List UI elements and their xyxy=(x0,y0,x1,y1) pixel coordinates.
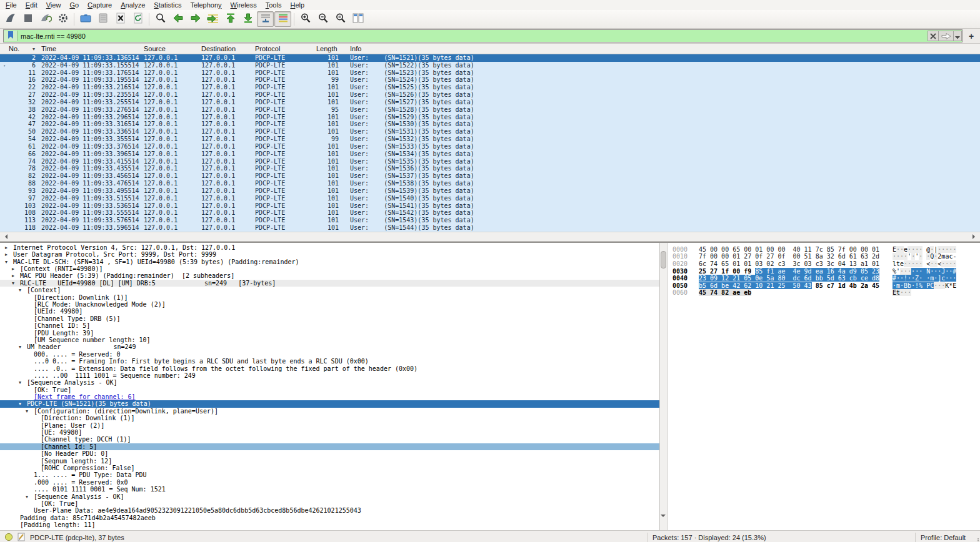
packet-row[interactable]: 42 2022-04-09 11:09:33.296514 127.0.0.1 … xyxy=(0,114,980,121)
hex-row[interactable]: 006045 74 82 ae ebEt··· xyxy=(672,289,980,297)
menu-item[interactable]: Go xyxy=(65,1,83,9)
menu-item[interactable]: Statistics xyxy=(149,1,186,9)
expander-icon[interactable]: ▾ xyxy=(26,493,34,500)
menu-item[interactable]: Telephony xyxy=(186,1,226,9)
expander-icon[interactable]: ▸ xyxy=(12,265,20,272)
detail-tree-row[interactable]: [Channel type: DCCH (1)] xyxy=(0,436,659,443)
detail-tree-row[interactable]: ▾UM header sn=249 xyxy=(0,343,659,350)
filter-bookmark-button[interactable] xyxy=(4,31,18,41)
resize-columns-button[interactable] xyxy=(349,11,366,27)
display-filter-input[interactable]: mac-lte.rnti == 49980 xyxy=(3,29,962,42)
detail-tree-row[interactable]: .... ..00 1111 1001 = Sequence number: 2… xyxy=(0,372,659,379)
go-back-button[interactable] xyxy=(169,11,186,27)
detail-tree-row[interactable]: ▸[Context (RNTI=49980)] xyxy=(0,265,659,272)
close-capture-button[interactable] xyxy=(112,11,129,27)
go-forward-button[interactable] xyxy=(187,11,204,27)
packet-row[interactable]: 108 2022-04-09 11:09:33.555514 127.0.0.1… xyxy=(0,209,980,217)
hex-row[interactable]: 0050b5 6d be 42 62 10 21 25 50 43 85 c7 … xyxy=(672,282,980,290)
menu-item[interactable]: Analyze xyxy=(116,1,149,9)
detail-tree-row[interactable]: ▾[Configuration: (direction=Downlink, pl… xyxy=(0,408,659,415)
scroll-left-arrow-icon[interactable] xyxy=(2,234,8,239)
expert-info-icon[interactable] xyxy=(4,533,13,542)
packet-row[interactable]: • 6 2022-04-09 11:09:33.155514 127.0.0.1… xyxy=(0,62,980,69)
filter-apply-button[interactable] xyxy=(939,31,954,41)
start-capture-button[interactable] xyxy=(2,11,19,27)
stop-capture-button[interactable] xyxy=(19,11,36,27)
ascii-bytes[interactable]: #··!··Z· ·m·]c··· xyxy=(892,275,956,282)
packet-row[interactable]: 82 2022-04-09 11:09:33.456514 127.0.0.1 … xyxy=(0,172,980,180)
restart-capture-button[interactable] xyxy=(37,11,54,27)
packet-row[interactable]: 38 2022-04-09 11:09:33.276514 127.0.0.1 … xyxy=(0,106,980,114)
expander-icon[interactable]: ▾ xyxy=(26,408,34,415)
packet-row[interactable]: 103 2022-04-09 11:09:33.536514 127.0.0.1… xyxy=(0,202,980,210)
packet-row[interactable]: 47 2022-04-09 11:09:33.316514 127.0.0.1 … xyxy=(0,121,980,128)
reload-capture-button[interactable] xyxy=(129,11,146,27)
detail-tree-row[interactable]: ▾MAC-LTE DL-SCH: (SFN=314 , SF=1) UEId=4… xyxy=(0,259,659,265)
expander-icon[interactable]: ▾ xyxy=(5,259,13,265)
hex-bytes[interactable]: 7f 00 00 01 27 0f 27 0f 00 51 8a 32 6d 6… xyxy=(699,253,885,260)
detail-tree-row[interactable]: ▾[Sequence Analysis - OK] xyxy=(0,493,659,500)
detail-tree-row[interactable]: ▸Internet Protocol Version 4, Src: 127.0… xyxy=(0,244,659,251)
detail-tree-row[interactable]: [ROHC Compression: False] xyxy=(0,465,659,471)
packet-row[interactable]: 93 2022-04-09 11:09:33.495514 127.0.0.1 … xyxy=(0,187,980,195)
packet-row[interactable]: 16 2022-04-09 11:09:33.195514 127.0.0.1 … xyxy=(0,76,980,84)
detail-tree-row[interactable]: ▾[Context] xyxy=(0,287,659,293)
ascii-bytes[interactable]: Et··· xyxy=(892,289,911,297)
detail-tree-row[interactable]: 1... .... = PDU Type: Data PDU xyxy=(0,471,659,478)
hex-row[interactable]: 000045 00 00 65 00 01 00 00 40 11 7c 85 … xyxy=(672,246,980,254)
packet-row[interactable]: 66 2022-04-09 11:09:33.396514 127.0.0.1 … xyxy=(0,150,980,158)
hex-row[interactable]: 003025 27 1f 00 f9 85 f1 ae 4e 9d ea 16 … xyxy=(672,268,980,275)
detail-tree-row[interactable]: [Direction: Downlink (1)] xyxy=(0,415,659,421)
detail-tree-row[interactable]: [UEId: 49980] xyxy=(0,308,659,315)
filter-expression-text[interactable]: mac-lte.rnti == 49980 xyxy=(18,32,928,40)
expander-icon[interactable]: ▾ xyxy=(19,343,27,350)
detail-tree-row[interactable]: [Seqnum length: 12] xyxy=(0,458,659,465)
column-header-no[interactable]: No.▾ xyxy=(9,45,38,52)
expander-icon[interactable]: ▸ xyxy=(12,272,20,279)
hex-bytes[interactable]: 45 74 82 ae eb xyxy=(699,289,885,297)
menu-item[interactable]: Edit xyxy=(21,1,42,9)
ascii-bytes[interactable]: ····'·'· ·Q·2mac- xyxy=(892,253,956,260)
detail-tree-row[interactable]: ▾PDCP-LTE (SN=1521)(35 bytes data) xyxy=(0,400,659,407)
filter-add-button[interactable]: + xyxy=(966,31,977,42)
detail-tree-row[interactable]: [OK: True] xyxy=(0,500,659,507)
menu-item[interactable]: Wireless xyxy=(226,1,261,9)
detail-tree-row[interactable]: ▸User Datagram Protocol, Src Port: 9999,… xyxy=(0,251,659,258)
detail-tree-row[interactable]: User-Plane Data: ae4e9dea164ad9052323091… xyxy=(0,507,659,514)
hex-row[interactable]: 004023 09 12 21 05 0e 5a 80 dc 6d bb 5d … xyxy=(672,275,980,282)
open-capture-button[interactable] xyxy=(77,11,94,27)
scroll-right-arrow-icon[interactable] xyxy=(972,234,978,239)
detail-tree-row[interactable]: [Channel Id: 5] xyxy=(0,443,659,450)
scrollbar-thumb[interactable] xyxy=(661,251,666,269)
go-to-packet-button[interactable] xyxy=(204,11,221,27)
detail-tree-row[interactable]: [Channel Type: DRB (5)] xyxy=(0,315,659,322)
colorize-button[interactable] xyxy=(274,11,291,27)
detail-tree-row[interactable]: Padding data: 85c71d4b2a45457482aeeb xyxy=(0,515,659,521)
scroll-down-arrow-icon[interactable] xyxy=(661,517,666,528)
hex-bytes[interactable]: 6c 74 65 01 01 03 02 c3 3c 03 c3 3c 04 1… xyxy=(699,260,885,268)
column-header-length[interactable]: Length xyxy=(312,45,346,52)
zoom-in-button[interactable] xyxy=(297,11,314,27)
packet-row[interactable]: 54 2022-04-09 11:09:33.355514 127.0.0.1 … xyxy=(0,136,980,143)
column-header-protocol[interactable]: Protocol xyxy=(251,45,312,52)
expander-icon[interactable]: ▾ xyxy=(12,280,20,287)
detail-tree-row[interactable]: ▾RLC-LTE UEId=49980 [DL] [UM] DRB:5 sn=2… xyxy=(0,280,659,287)
column-header-source[interactable]: Source xyxy=(140,45,198,52)
packet-row[interactable]: 50 2022-04-09 11:09:33.336514 127.0.0.1 … xyxy=(0,128,980,136)
packet-row[interactable]: 88 2022-04-09 11:09:33.476514 127.0.0.1 … xyxy=(0,180,980,187)
profile-status[interactable]: Profile: Default xyxy=(921,534,966,541)
menu-item[interactable]: Help xyxy=(286,1,309,9)
hex-row[interactable]: 00206c 74 65 01 01 03 02 c3 3c 03 c3 3c … xyxy=(672,260,980,268)
go-last-button[interactable] xyxy=(239,11,256,27)
detail-tree-row[interactable]: 000. .... = Reserved: 0 xyxy=(0,351,659,358)
packet-row[interactable]: 97 2022-04-09 11:09:33.515514 127.0.0.1 … xyxy=(0,195,980,202)
packet-list-hscrollbar[interactable] xyxy=(0,232,980,241)
ascii-bytes[interactable]: E··e···· @·|····· xyxy=(892,246,956,254)
packet-row[interactable]: 61 2022-04-09 11:09:33.376514 127.0.0.1 … xyxy=(0,143,980,150)
menu-item[interactable]: Capture xyxy=(83,1,116,9)
detail-tree-row[interactable]: ...0 0... = Framing Info: First byte beg… xyxy=(0,358,659,365)
column-header-destination[interactable]: Destination xyxy=(198,45,251,52)
hex-row[interactable]: 00107f 00 00 01 27 0f 27 0f 00 51 8a 32 … xyxy=(672,253,980,260)
packet-row[interactable]: 78 2022-04-09 11:09:33.435514 127.0.0.1 … xyxy=(0,165,980,172)
packet-row[interactable]: 118 2022-04-09 11:09:33.596514 127.0.0.1… xyxy=(0,224,980,232)
